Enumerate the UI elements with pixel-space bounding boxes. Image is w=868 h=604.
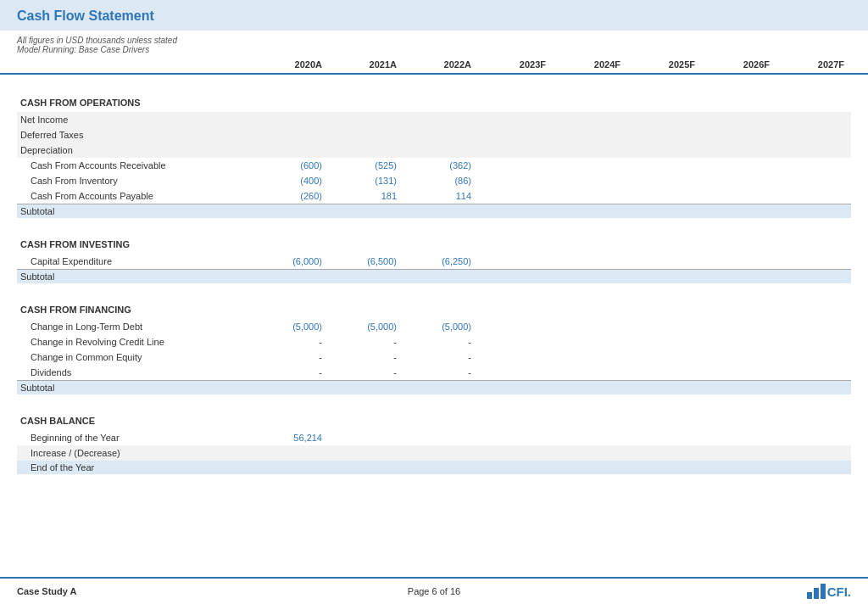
row-end-year: End of the Year <box>17 461 851 474</box>
row-increase-decrease: Increase / (Decrease) <box>17 445 851 461</box>
row-longterm-debt: Change in Long-Term Debt (5,000) (5,000)… <box>17 319 851 334</box>
section-balance-label: CASH BALANCE <box>17 415 254 427</box>
row-net-income: Net Income <box>17 112 851 127</box>
col-2020a: 2020A <box>254 59 329 75</box>
ar-2021: (525) <box>329 159 403 171</box>
ce-2022: - <box>403 351 478 363</box>
ltd-2022: (5,000) <box>403 321 478 333</box>
row-operations-subtotal: Subtotal <box>17 204 851 218</box>
rc-2020: - <box>254 336 329 348</box>
ce-2020: - <box>254 351 329 363</box>
capex-2021: (6,500) <box>329 255 403 267</box>
financing-subtotal-label: Subtotal <box>17 382 254 394</box>
dividends-label: Dividends <box>17 366 254 378</box>
section-financing-label: CASH FROM FINANCING <box>17 304 254 316</box>
net-income-2020 <box>254 119 329 120</box>
common-equity-label: Change in Common Equity <box>17 351 254 363</box>
row-capex: Capital Expenditure (6,000) (6,500) (6,2… <box>17 254 851 269</box>
capex-label: Capital Expenditure <box>17 255 254 267</box>
div-2022: - <box>403 366 478 378</box>
capex-2022: (6,250) <box>403 255 478 267</box>
ltd-2021: (5,000) <box>329 321 403 333</box>
col-2021a: 2021A <box>329 59 403 75</box>
ar-2020: (600) <box>254 159 329 171</box>
end-year-label: End of the Year <box>17 461 254 473</box>
inv-2022: (86) <box>403 175 478 187</box>
footer-case-study: Case Study A <box>17 586 295 596</box>
net-income-2024 <box>553 119 627 120</box>
row-dividends: Dividends - - - <box>17 365 851 380</box>
cfi-logo: CFI. <box>807 584 851 599</box>
col-2027f: 2027F <box>776 59 851 73</box>
ap-2021: 181 <box>329 190 403 202</box>
by-2020: 56,214 <box>254 432 329 444</box>
ar-2022: (362) <box>403 159 478 171</box>
page-title: Cash Flow Statement <box>17 8 851 24</box>
accounts-receivable-label: Cash From Accounts Receivable <box>17 159 254 171</box>
capex-2020: (6,000) <box>254 255 329 267</box>
rc-2021: - <box>329 336 403 348</box>
net-income-2022 <box>403 119 478 120</box>
beginning-year-label: Beginning of the Year <box>17 432 254 444</box>
section-financing-header: CASH FROM FINANCING <box>17 295 851 319</box>
accounts-payable-label: Cash From Accounts Payable <box>17 190 254 202</box>
inventory-label: Cash From Inventory <box>17 175 254 187</box>
ap-2020: (260) <box>254 190 329 202</box>
row-accounts-payable: Cash From Accounts Payable (260) 181 114 <box>17 188 851 204</box>
col-2023f: 2023F <box>478 59 553 73</box>
investing-subtotal-label: Subtotal <box>17 271 254 282</box>
page-header: Cash Flow Statement <box>0 0 868 31</box>
page-footer: Case Study A Page 6 of 16 CFI. <box>0 577 868 604</box>
net-income-2026 <box>702 119 776 120</box>
col-2024f: 2024F <box>553 59 627 73</box>
section-operations-label: CASH FROM OPERATIONS <box>17 97 254 109</box>
inv-2020: (400) <box>254 175 329 187</box>
ce-2021: - <box>329 351 403 363</box>
col-2025f: 2025F <box>627 59 702 73</box>
net-income-2025 <box>627 119 702 120</box>
div-2020: - <box>254 366 329 378</box>
net-income-label: Net Income <box>17 114 254 126</box>
col-2026f: 2026F <box>702 59 776 73</box>
longterm-debt-label: Change in Long-Term Debt <box>17 321 254 333</box>
subheader: All figures in USD thousands unless stat… <box>0 31 868 58</box>
figures-note: All figures in USD thousands unless stat… <box>17 36 851 45</box>
section-investing-header: CASH FROM INVESTING <box>17 230 851 254</box>
ap-2022: 114 <box>403 190 478 202</box>
revolving-credit-label: Change in Revolving Credit Line <box>17 336 254 348</box>
increase-decrease-label: Increase / (Decrease) <box>17 447 254 459</box>
ltd-2020: (5,000) <box>254 321 329 333</box>
section-operations-header: CASH FROM OPERATIONS <box>17 88 851 112</box>
row-depreciation: Depreciation <box>17 143 851 158</box>
col-2022a: 2022A <box>403 59 478 75</box>
section-balance-header: CASH BALANCE <box>17 406 851 430</box>
row-investing-subtotal: Subtotal <box>17 270 851 283</box>
row-accounts-receivable: Cash From Accounts Receivable (600) (525… <box>17 158 851 173</box>
deferred-taxes-label: Deferred Taxes <box>17 129 254 141</box>
operations-subtotal-label: Subtotal <box>17 205 254 217</box>
net-income-2021 <box>329 119 403 120</box>
section-investing-label: CASH FROM INVESTING <box>17 238 254 250</box>
content-area: CASH FROM OPERATIONS Net Income Deferred… <box>0 76 868 517</box>
depreciation-label: Depreciation <box>17 144 254 156</box>
model-note: Model Running: Base Case Drivers <box>17 45 851 54</box>
row-beginning-year: Beginning of the Year 56,214 <box>17 430 851 445</box>
footer-logo-area: CFI. <box>573 584 851 599</box>
row-inventory: Cash From Inventory (400) (131) (86) <box>17 173 851 188</box>
page-wrapper: Cash Flow Statement All figures in USD t… <box>0 0 868 604</box>
inv-2021: (131) <box>329 175 403 187</box>
row-common-equity: Change in Common Equity - - - <box>17 350 851 365</box>
net-income-2027 <box>776 119 851 120</box>
net-income-2023 <box>478 119 553 120</box>
cfi-logo-text: CFI. <box>827 584 851 599</box>
row-financing-subtotal: Subtotal <box>17 381 851 394</box>
div-2021: - <box>329 366 403 378</box>
row-deferred-taxes: Deferred Taxes <box>17 127 851 143</box>
cfi-bars-icon <box>807 584 826 599</box>
rc-2022: - <box>403 336 478 348</box>
footer-page-number: Page 6 of 16 <box>295 586 573 596</box>
row-revolving-credit: Change in Revolving Credit Line - - - <box>17 334 851 350</box>
column-headers: 2020A 2021A 2022A 2023F 2024F 2025F 2026… <box>0 59 868 75</box>
